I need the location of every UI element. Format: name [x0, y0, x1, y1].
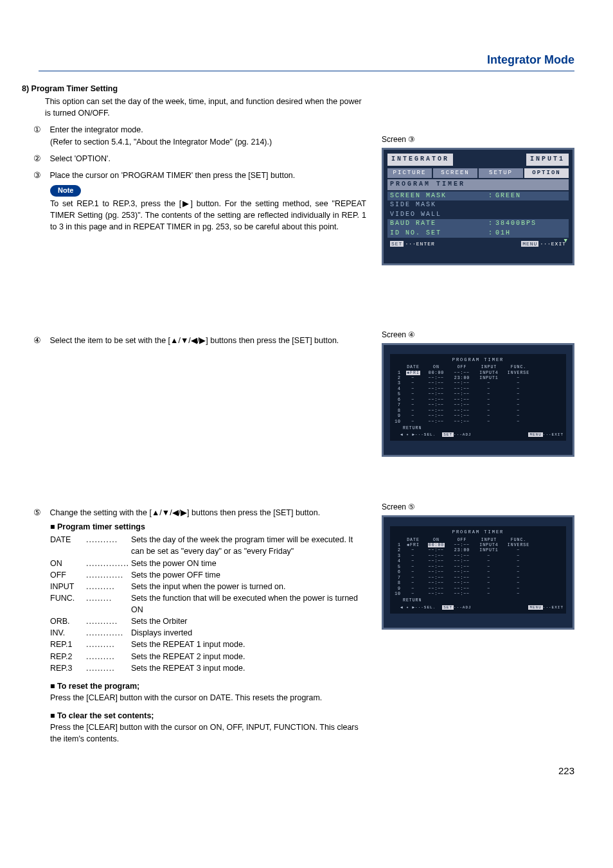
note-body: To set REP.1 to REP.3, press the [▶] but… [50, 198, 366, 233]
pt-row: 10−−−:−−−−:−−−− [393, 592, 564, 597]
pt-row: 8−−−:−−−−:−−−− [393, 581, 564, 586]
settings-term: FUNC. [50, 592, 86, 616]
osd-item: SCREEN MASK:GREEN [387, 191, 569, 201]
step-2-text: Select 'OPTION'. [49, 154, 110, 163]
pt-row: 7−−−:−−−−:−−−− [393, 403, 564, 408]
osd-tab-option: OPTION [524, 168, 569, 178]
settings-desc: Displays inverted [131, 627, 366, 639]
osd-item-value: 01H [495, 229, 566, 238]
osd-key-menu: MENU [521, 241, 538, 247]
screen-4-label: Screen ④ [382, 330, 574, 341]
osd-key-set: SET [390, 241, 404, 247]
settings-row: DATE...........Sets the day of the week … [50, 534, 366, 557]
osd-item: BAUD RATE:38400BPS [387, 219, 569, 229]
pt-row: 7−−−:−−−−:−−−− [393, 576, 564, 581]
settings-row: REP.1..........Sets the REPEAT 1 input m… [50, 639, 366, 650]
note-badge: Note [50, 185, 81, 197]
settings-term: INV. [50, 627, 86, 639]
pt-row: 5−−−:−−−−:−−−− [393, 565, 564, 570]
pt5-footer-adj: SET···ADJ [442, 605, 471, 611]
settings-row: REP.2..........Sets the REPEAT 2 input m… [50, 651, 366, 662]
step-5-text: Change the setting with the [▲/▼/◀/▶] bu… [49, 508, 320, 517]
pt-row: 2−−−:−−23:00INPUT1− [393, 548, 564, 553]
reset-body: Press the [CLEAR] button with the cursor… [50, 692, 366, 704]
step-1-number: ① [39, 124, 48, 136]
section-title: Program Timer Setting [31, 84, 118, 93]
pt5-head-on: ON [423, 537, 449, 543]
settings-desc: Sets the power ON time [131, 558, 366, 569]
pt-row: 3−−−:−−−−:−−−− [393, 381, 564, 386]
pt-head-func: FUNC. [503, 364, 534, 370]
osd-item-label: SCREEN MASK [390, 191, 486, 201]
pt5-head-func: FUNC. [503, 537, 534, 543]
pt-footer-sel: ◀ ✦ ▶···SEL. [400, 432, 436, 438]
reset-heading: ■ To reset the program; [50, 680, 366, 692]
osd-item-value [495, 200, 566, 210]
settings-term: REP.1 [50, 639, 86, 650]
pt-row: 9−−−:−−−−:−−−− [393, 414, 564, 419]
step-5: ⑤ Change the setting with the [▲/▼/◀/▶] … [39, 507, 366, 518]
settings-term: OFF [50, 569, 86, 581]
osd-footer-right: MENU···EXIT [521, 240, 566, 248]
settings-desc: Sets the Orbiter [131, 616, 366, 627]
pt-footer-adj: SET···ADJ [442, 432, 471, 438]
osd-item: SIDE MASK [387, 200, 569, 210]
step-4-text: Select the item to be set with the [▲/▼/… [49, 336, 339, 345]
pt-row: 2−−−:−−23:00INPUT1− [393, 376, 564, 381]
screen-3-label: Screen ③ [382, 134, 574, 145]
osd-item-label: VIDEO WALL [390, 210, 486, 220]
screen-5-label: Screen ⑤ [382, 502, 574, 513]
osd-item: VIDEO WALL [387, 210, 569, 220]
osd-item-label: BAUD RATE [390, 219, 486, 229]
settings-row: FUNC..........Sets the function that wil… [50, 592, 366, 616]
step-1-text: Enter the integrator mode. [49, 125, 143, 134]
osd-tab-setup: SETUP [479, 168, 523, 178]
osd-scroll-down-icon: ▼ [564, 237, 569, 245]
settings-term: ORB. [50, 616, 86, 627]
step-3-text: Place the cursor on 'PROGRAM TIMER' then… [49, 171, 295, 180]
settings-term: REP.2 [50, 651, 86, 662]
settings-desc: Sets the REPEAT 2 input mode. [131, 651, 366, 662]
pt5-footer-exit: MENU···EXIT [528, 605, 564, 611]
pt-row: 4−−−:−−−−:−−−− [393, 559, 564, 564]
pt-row: 4−−−:−−−−:−−−− [393, 387, 564, 392]
clear-heading: ■ To clear the set contents; [50, 710, 366, 722]
pt-row: 1✱FRI00:00−−:−−INPUT4INVERSE [393, 371, 564, 376]
osd-group-title: PROGRAM TIMER [387, 179, 569, 190]
step-5-number: ⑤ [39, 507, 48, 518]
settings-heading: ■ Program timer settings [50, 521, 366, 533]
osd-tab-picture: PICTURE [387, 168, 432, 178]
clear-body: Press the [CLEAR] button with the cursor… [50, 722, 366, 745]
pt-head-date: DATE [403, 364, 423, 370]
step-2-number: ② [39, 153, 48, 164]
osd-title: INTEGRATOR [387, 154, 453, 166]
settings-row: ORB............Sets the Orbiter [50, 616, 366, 627]
settings-desc: Sets the power OFF time [131, 569, 366, 581]
osd-item-value [495, 210, 566, 220]
osd-item-value: 38400BPS [495, 219, 566, 229]
pt5-head-date: DATE [403, 537, 423, 543]
pt-head-input: INPUT [475, 364, 503, 370]
section-intro: This option can set the day of the week,… [45, 96, 366, 119]
program-timer-settings: ■ Program timer settings DATE...........… [50, 521, 366, 674]
settings-desc: Sets the function that will be executed … [131, 592, 366, 616]
step-3: ③ Place the cursor on 'PROGRAM TIMER' th… [39, 170, 366, 181]
pt-row: 9−−−:−−−−:−−−− [393, 587, 564, 592]
page-title: Integrator Mode [39, 51, 574, 71]
page-number: 223 [39, 764, 574, 778]
osd-tab-screen: SCREEN [433, 168, 477, 178]
osd-screen-5: PROGRAM TIMER DATE ON OFF INPUT FUNC. 1✱… [382, 515, 574, 629]
pt5-footer-sel: ◀ ✦ ▶···SEL. [400, 605, 436, 611]
osd-screen-3: INTEGRATOR INPUT1 PICTURESCREENSETUPOPTI… [382, 148, 574, 265]
step-2: ② Select 'OPTION'. [39, 153, 366, 164]
pt-row: 6−−−:−−−−:−−−− [393, 570, 564, 575]
step-4: ④ Select the item to be set with the [▲/… [39, 335, 366, 346]
settings-desc: Sets the REPEAT 3 input mode. [131, 662, 366, 674]
pt-row: 3−−−:−−−−:−−−− [393, 554, 564, 559]
pt-row: 10−−−:−−−−:−−−− [393, 420, 564, 425]
settings-term: ON [50, 558, 86, 569]
osd-input-label: INPUT1 [526, 154, 569, 166]
osd-footer-left: SET···ENTER [390, 240, 435, 248]
section-heading: 8) Program Timer Setting [22, 83, 366, 94]
settings-row: INPUT..........Sets the input when the p… [50, 581, 366, 592]
